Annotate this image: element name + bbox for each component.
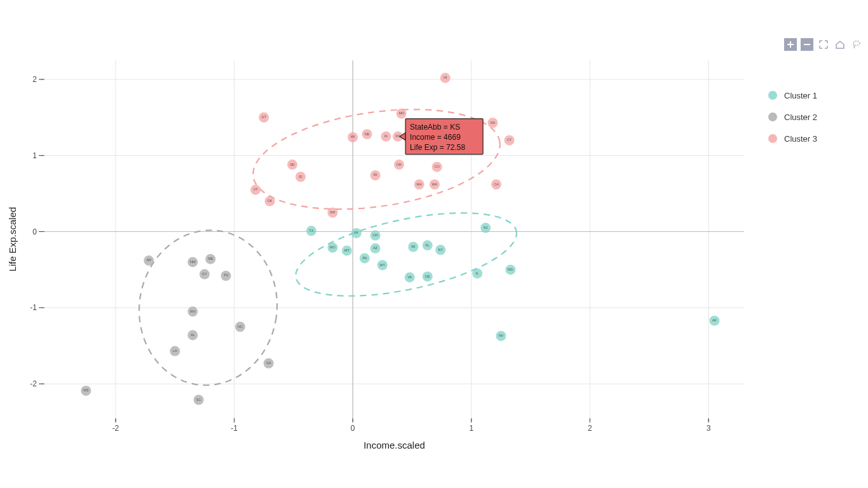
data-point[interactable] (505, 135, 515, 146)
data-point[interactable] (370, 170, 381, 180)
x-tick-label: 1 (469, 424, 473, 433)
plus-icon (785, 39, 796, 50)
home-icon (835, 39, 845, 50)
lasso-button[interactable] (850, 38, 863, 51)
data-point[interactable] (423, 240, 433, 250)
data-point[interactable] (435, 245, 445, 255)
data-point[interactable] (170, 346, 180, 356)
data-point[interactable] (496, 331, 506, 341)
legend-swatch[interactable] (768, 112, 777, 121)
y-tick-label: 2 (32, 75, 37, 84)
data-point[interactable] (194, 395, 204, 405)
data-point[interactable] (487, 118, 498, 128)
data-point[interactable] (200, 269, 210, 280)
cluster-ellipse (288, 197, 524, 313)
legend-label[interactable]: Cluster 3 (784, 134, 817, 144)
data-point[interactable] (362, 129, 372, 139)
x-tick-label: 2 (588, 424, 592, 433)
cluster-ellipse (247, 95, 506, 224)
y-axis-title: Life Exp.scaled (7, 207, 18, 272)
data-point[interactable] (440, 73, 451, 83)
data-point[interactable] (81, 386, 91, 396)
x-tick-label: 3 (707, 424, 711, 433)
svg-point-38 (853, 41, 860, 46)
data-point[interactable] (250, 185, 261, 195)
data-point[interactable] (205, 254, 215, 264)
legend-swatch[interactable] (768, 134, 777, 143)
data-point[interactable] (327, 208, 337, 218)
y-tick-label: 0 (32, 227, 37, 236)
zoom-in-button[interactable] (784, 38, 797, 51)
data-point[interactable] (394, 159, 404, 170)
data-point[interactable] (306, 226, 316, 236)
x-tick-label: -2 (112, 424, 119, 433)
grid (44, 60, 744, 418)
legend-label[interactable]: Cluster 1 (784, 91, 817, 100)
data-point[interactable] (432, 162, 442, 172)
y-tick-label: -2 (30, 379, 37, 388)
lasso-icon (851, 39, 862, 50)
expand-icon (818, 39, 829, 50)
data-point[interactable] (259, 112, 269, 123)
svg-rect-37 (804, 44, 810, 45)
x-tick-label: -1 (231, 424, 238, 433)
data-point[interactable] (342, 245, 352, 255)
expand-button[interactable] (817, 38, 830, 51)
zoom-out-button[interactable] (801, 38, 813, 51)
data-point[interactable] (381, 132, 391, 142)
data-point[interactable] (370, 243, 381, 254)
chart-svg: -2-10123-2-1012Income.scaledLife Exp.sca… (0, 0, 868, 488)
data-point[interactable] (144, 255, 154, 266)
data-point[interactable] (423, 271, 433, 281)
scatter-chart: -2-10123-2-1012Income.scaledLife Exp.sca… (0, 0, 868, 488)
data-point[interactable] (187, 306, 198, 316)
data-point[interactable] (348, 132, 358, 142)
data-point[interactable] (351, 228, 362, 238)
data-point[interactable] (480, 223, 491, 233)
tooltip-line: Life Exp = 72.58 (410, 143, 465, 152)
data-point[interactable] (414, 179, 424, 189)
tooltip-line: StateAbb = KS (410, 123, 460, 132)
data-point[interactable] (408, 241, 418, 252)
legend-swatch[interactable] (768, 91, 777, 100)
home-button[interactable] (834, 38, 846, 51)
axes: -2-10123-2-1012 (30, 75, 710, 433)
svg-rect-36 (787, 44, 794, 45)
data-point[interactable] (472, 268, 482, 278)
data-point[interactable] (187, 257, 198, 267)
x-tick-label: 0 (351, 424, 355, 433)
zero-lines (44, 60, 744, 418)
data-point[interactable] (235, 322, 245, 332)
data-point[interactable] (187, 330, 198, 340)
chart-toolbar (784, 38, 863, 51)
data-point[interactable] (491, 179, 501, 189)
data-point[interactable] (377, 260, 388, 270)
minus-icon (802, 39, 812, 50)
data-point[interactable] (505, 264, 515, 274)
data-point[interactable] (360, 253, 370, 263)
data-point[interactable] (295, 172, 306, 182)
data-point[interactable] (405, 272, 415, 282)
legend-label[interactable]: Cluster 2 (784, 112, 817, 122)
data-point[interactable] (221, 271, 231, 281)
x-axis-title: Income.scaled (363, 440, 425, 451)
y-tick-label: -1 (30, 303, 37, 312)
data-point[interactable] (264, 358, 274, 369)
y-tick-label: 1 (32, 151, 37, 160)
data-point[interactable] (327, 243, 337, 253)
data-point[interactable] (265, 196, 275, 207)
data-point[interactable] (709, 316, 719, 326)
data-point[interactable] (397, 109, 407, 119)
data-point[interactable] (430, 179, 440, 189)
data-point[interactable] (370, 231, 381, 241)
tooltip-line: Income = 4669 (410, 133, 461, 142)
data-point[interactable] (287, 159, 297, 170)
